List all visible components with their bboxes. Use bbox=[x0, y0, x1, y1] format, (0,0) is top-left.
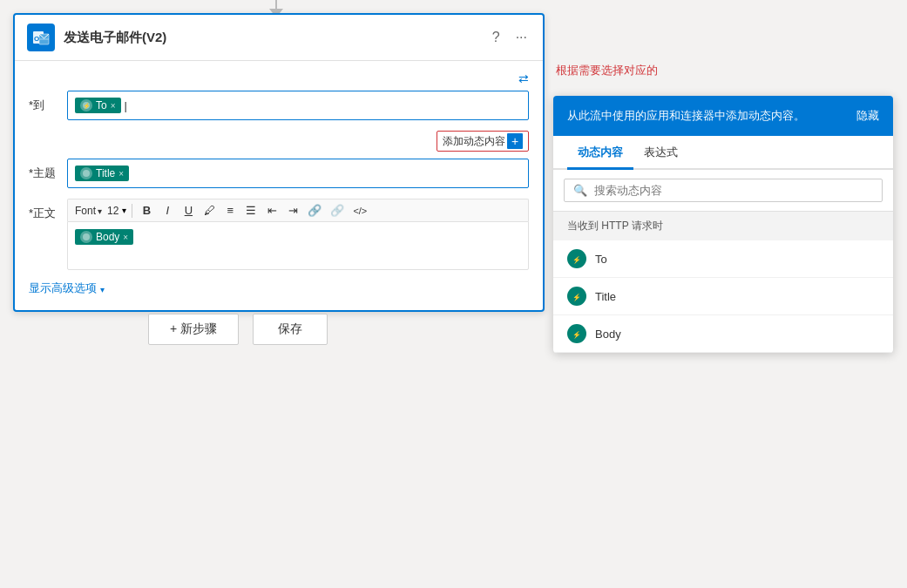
add-dynamic-label: 添加动态内容 bbox=[443, 134, 505, 149]
cursor: | bbox=[125, 99, 127, 112]
panel-item-to[interactable]: ⚡ To bbox=[553, 240, 893, 278]
panel-search: 🔍 bbox=[553, 170, 893, 212]
search-icon: 🔍 bbox=[573, 184, 587, 197]
panel-item-title[interactable]: ⚡ Title bbox=[553, 278, 893, 315]
svg-point-8 bbox=[83, 233, 90, 240]
to-label: *到 bbox=[29, 91, 67, 113]
svg-text:⚡: ⚡ bbox=[572, 255, 581, 264]
unordered-list-button[interactable]: ≡ bbox=[221, 203, 239, 218]
to-field[interactable]: ⚡ To × | bbox=[67, 91, 529, 120]
panel-item-title-icon: ⚡ bbox=[567, 287, 586, 306]
add-dynamic-row: 添加动态内容 + bbox=[29, 131, 529, 152]
svg-text:⚡: ⚡ bbox=[572, 330, 581, 339]
toolbar-separator-1 bbox=[132, 204, 132, 218]
svg-text:O: O bbox=[34, 35, 39, 43]
outlook-icon: O bbox=[27, 24, 55, 51]
to-token-close[interactable]: × bbox=[111, 101, 116, 111]
ordered-list-button[interactable]: ☰ bbox=[242, 203, 260, 218]
svg-text:⚡: ⚡ bbox=[572, 293, 581, 301]
add-dynamic-button[interactable]: 添加动态内容 + bbox=[437, 131, 529, 152]
subject-token-label: Title bbox=[96, 167, 115, 179]
card-body: ⇄ *到 ⚡ To × | bbox=[15, 61, 543, 310]
subject-token-icon bbox=[80, 167, 92, 179]
tab-dynamic-content[interactable]: 动态内容 bbox=[567, 136, 633, 170]
subject-token: Title × bbox=[75, 166, 129, 181]
show-advanced-label: 显示高级选项 bbox=[29, 280, 97, 296]
panel-item-title-label: Title bbox=[595, 290, 616, 303]
new-step-button[interactable]: + 新步骤 bbox=[148, 314, 239, 345]
body-row: *正文 Font 12 B I U 🖊 ≡ ☰ ⇤ bbox=[29, 199, 529, 270]
hint-text: 根据需要选择对应的 bbox=[556, 63, 658, 78]
indent-right-button[interactable]: ⇥ bbox=[284, 203, 301, 218]
subject-label: *主题 bbox=[29, 159, 67, 181]
email-action-card: O 发送电子邮件(V2) ? ··· ⇄ *到 ⚡ bbox=[13, 13, 545, 312]
italic-button[interactable]: I bbox=[159, 203, 176, 218]
add-dynamic-plus-icon: + bbox=[507, 133, 523, 149]
font-chevron-icon bbox=[98, 205, 102, 217]
help-button[interactable]: ? bbox=[489, 28, 504, 47]
panel-hide-button[interactable]: 隐藏 bbox=[856, 108, 879, 124]
subject-row: *主题 Title × bbox=[29, 159, 529, 188]
highlight-button[interactable]: 🖊 bbox=[200, 203, 218, 218]
card-title: 发送电子邮件(V2) bbox=[64, 30, 489, 46]
swap-icon[interactable]: ⇄ bbox=[518, 71, 529, 85]
svg-text:⚡: ⚡ bbox=[83, 102, 91, 110]
body-field[interactable]: Body × bbox=[67, 221, 529, 270]
more-button[interactable]: ··· bbox=[512, 28, 531, 47]
svg-point-7 bbox=[83, 170, 90, 177]
connector-line bbox=[275, 0, 277, 9]
body-label: *正文 bbox=[29, 199, 67, 221]
panel-item-to-label: To bbox=[595, 253, 607, 266]
font-label: Font bbox=[75, 205, 96, 217]
save-button[interactable]: 保存 bbox=[253, 314, 328, 345]
card-header: O 发送电子邮件(V2) ? ··· bbox=[15, 15, 543, 61]
search-box[interactable]: 🔍 bbox=[564, 179, 883, 202]
panel-item-body-icon: ⚡ bbox=[567, 324, 586, 343]
to-token-label: To bbox=[96, 99, 107, 112]
source-button[interactable]: </> bbox=[350, 205, 369, 217]
panel-header-title: 从此流中使用的应用和连接器中添加动态内容。 bbox=[567, 108, 805, 124]
body-token-icon bbox=[80, 231, 92, 243]
link-button[interactable]: 🔗 bbox=[305, 203, 324, 218]
font-select[interactable]: Font bbox=[73, 205, 104, 217]
to-row: *到 ⚡ To × | bbox=[29, 91, 529, 120]
fontsize-chevron-icon bbox=[122, 206, 126, 215]
body-token: Body × bbox=[75, 229, 133, 245]
panel-item-body[interactable]: ⚡ Body bbox=[553, 315, 893, 353]
show-advanced[interactable]: 显示高级选项 bbox=[29, 280, 529, 296]
tab-expression[interactable]: 表达式 bbox=[633, 136, 688, 170]
card-header-actions: ? ··· bbox=[489, 28, 531, 47]
body-token-label: Body bbox=[96, 231, 119, 243]
bottom-actions: + 新步骤 保存 bbox=[148, 314, 328, 345]
panel-section-label: 当收到 HTTP 请求时 bbox=[553, 212, 893, 240]
panel-item-body-label: Body bbox=[595, 328, 621, 341]
underline-button[interactable]: U bbox=[179, 203, 197, 218]
panel-item-to-icon: ⚡ bbox=[567, 249, 586, 268]
to-token: ⚡ To × bbox=[75, 98, 121, 113]
subject-token-close[interactable]: × bbox=[118, 169, 124, 179]
editor-toolbar: Font 12 B I U 🖊 ≡ ☰ ⇤ ⇥ 🔗 🔗 </> bbox=[67, 199, 529, 221]
swap-row: ⇄ bbox=[29, 71, 529, 85]
search-input[interactable] bbox=[594, 184, 873, 197]
panel-tabs: 动态内容 表达式 bbox=[553, 136, 893, 170]
bold-button[interactable]: B bbox=[138, 203, 155, 218]
subject-field[interactable]: Title × bbox=[67, 159, 529, 188]
font-size: 12 bbox=[107, 205, 118, 217]
to-token-icon: ⚡ bbox=[80, 99, 92, 112]
dynamic-content-panel: 从此流中使用的应用和连接器中添加动态内容。 隐藏 动态内容 表达式 🔍 当收到 … bbox=[553, 96, 893, 353]
unlink-button[interactable]: 🔗 bbox=[328, 203, 347, 218]
panel-header: 从此流中使用的应用和连接器中添加动态内容。 隐藏 bbox=[553, 96, 893, 136]
advanced-chevron-icon bbox=[100, 282, 105, 295]
body-token-close[interactable]: × bbox=[123, 233, 128, 242]
indent-left-button[interactable]: ⇤ bbox=[263, 203, 281, 218]
